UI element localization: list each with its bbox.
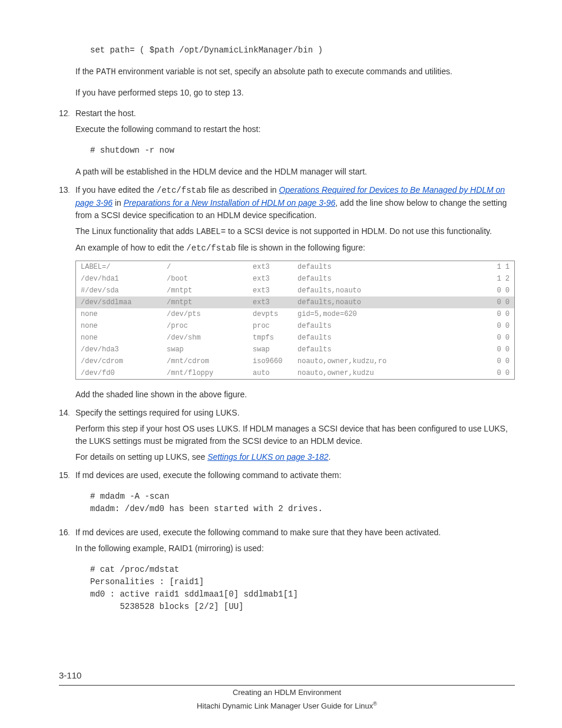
link-preparations[interactable]: Preparations for a New Installation of H… — [124, 198, 336, 207]
table-row: /dev/cdrom/mnt/cdromiso9660noauto,owner,… — [76, 355, 515, 367]
text-goto-step: If you have performed steps 10, go to st… — [75, 87, 515, 99]
step-13-num: 13. — [59, 184, 75, 404]
code-shutdown: # shutdown -r now — [90, 144, 515, 157]
code-mdadm-scan: # mdadm -A -scan mdadm: /dev/md0 has bee… — [90, 490, 515, 515]
footer-section-title: Creating an HDLM Environment — [59, 687, 515, 699]
step-14-p2: For details on setting up LUKS, see Sett… — [75, 451, 515, 463]
table-row: /dev/fd0/mnt/floppyautonoauto,owner,kudz… — [76, 367, 515, 380]
step-12-p2: A path will be established in the HDLM d… — [75, 166, 515, 178]
step-12-title: Restart the host. — [75, 107, 515, 120]
step-12-num: 12. — [59, 107, 75, 182]
fstab-table: LABEL=//ext3defaults1 1/dev/hda1/bootext… — [75, 261, 515, 380]
step-15-title: If md devices are used, execute the foll… — [75, 469, 515, 482]
step-14-num: 14. — [59, 407, 75, 467]
table-row: /dev/hda3swapswapdefaults0 0 — [76, 344, 515, 355]
step-13-p3: An example of how to edit the /etc/fstab… — [75, 242, 515, 255]
table-row: none/dev/shmtmpfsdefaults0 0 — [76, 332, 515, 344]
footer-doc-title: Hitachi Dynamic Link Manager User Guide … — [59, 700, 515, 712]
step-14-p1: Perform this step if your host OS uses L… — [75, 423, 515, 447]
step-16-title: If md devices are used, execute the foll… — [75, 526, 515, 539]
link-luks-settings[interactable]: Settings for LUKS on page 3-182 — [207, 452, 328, 462]
table-row: none/procprocdefaults0 0 — [76, 320, 515, 332]
step-12-p1: Execute the following command to restart… — [75, 123, 515, 136]
step-16-p1: In the following example, RAID1 (mirrori… — [75, 542, 515, 555]
page-number: 3-110 — [59, 669, 515, 683]
page-footer: 3-110 Creating an HDLM Environment Hitac… — [59, 669, 515, 712]
step-14-title: Specify the settings required for using … — [75, 407, 515, 419]
step-13-intro: If you have edited the /etc/fstab file a… — [75, 184, 515, 222]
step-16-num: 16. — [59, 526, 75, 622]
table-row: /dev/hda1/bootext3defaults1 2 — [76, 273, 515, 285]
table-row: none/dev/ptsdevptsgid=5,mode=6200 0 — [76, 308, 515, 320]
table-row: /dev/sddlmaa/mntptext3defaults,noauto0 0 — [76, 297, 515, 308]
code-cat-mdstat: # cat /proc/mdstat Personalities : [raid… — [90, 564, 515, 613]
text-path-note: If the PATH environment variable is not … — [75, 65, 515, 78]
step-13-after: Add the shaded line shown in the above f… — [75, 388, 515, 401]
step-13-p2: The Linux functionality that adds LABEL=… — [75, 225, 515, 238]
table-row: #/dev/sda/mntptext3defaults,noauto0 0 — [76, 285, 515, 297]
step-15-num: 15. — [59, 469, 75, 524]
code-set-path: set path= ( $path /opt/DynamicLinkManage… — [90, 44, 515, 57]
table-row: LABEL=//ext3defaults1 1 — [76, 261, 515, 274]
